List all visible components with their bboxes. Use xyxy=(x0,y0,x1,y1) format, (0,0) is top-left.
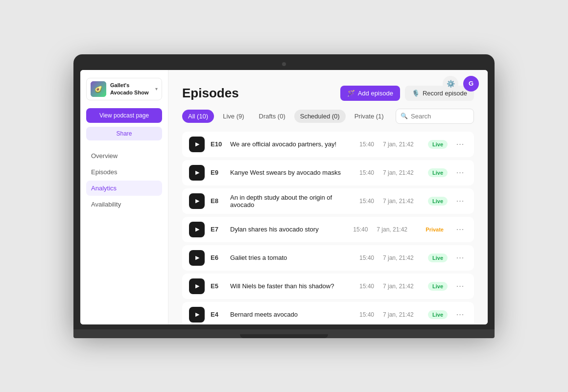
search-icon: 🔍 xyxy=(401,113,408,119)
episode-date: 7 jan, 21:42 xyxy=(383,311,422,318)
episode-duration: 15:40 xyxy=(359,311,377,318)
play-button[interactable]: ▶ xyxy=(189,137,205,152)
add-episode-button[interactable]: 🪄 Add episode xyxy=(340,86,400,101)
user-avatar-button[interactable]: G xyxy=(463,76,479,92)
episode-title: Kanye West swears by avocado masks xyxy=(230,169,354,176)
more-options-button[interactable]: ··· xyxy=(453,308,467,322)
episode-row: ▶ E9 Kanye West swears by avocado masks … xyxy=(182,160,474,185)
view-podcast-button[interactable]: View podcast page xyxy=(86,108,162,123)
play-button[interactable]: ▶ xyxy=(189,222,205,237)
status-badge: Live xyxy=(428,168,448,177)
status-badge: Live xyxy=(428,254,448,262)
main-content: Episodes 🪄 Add episode 🎙️ Record episode xyxy=(168,70,488,324)
more-options-button[interactable]: ··· xyxy=(453,166,467,180)
episode-number: E4 xyxy=(211,311,224,318)
episode-duration: 15:40 xyxy=(359,169,377,176)
episode-title: An in depth study about the origin of av… xyxy=(230,194,354,208)
sidebar-item-overview[interactable]: Overview xyxy=(86,148,162,163)
play-button[interactable]: ▶ xyxy=(189,278,205,294)
episode-number: E8 xyxy=(211,197,224,205)
play-icon: ▶ xyxy=(195,283,199,289)
episode-number: E7 xyxy=(211,226,224,233)
episode-number: E10 xyxy=(211,140,224,148)
status-badge: Private xyxy=(422,225,448,234)
play-icon: ▶ xyxy=(195,226,199,232)
episode-duration: 15:40 xyxy=(359,283,377,290)
episode-duration: 15:40 xyxy=(359,254,377,261)
page-title: Episodes xyxy=(182,86,239,101)
tab-drafts[interactable]: Drafts (0) xyxy=(253,110,291,123)
episode-date: 7 jan, 21:42 xyxy=(383,283,422,290)
more-options-button[interactable]: ··· xyxy=(453,138,467,151)
episode-date: 7 jan, 21:42 xyxy=(383,254,422,261)
play-button[interactable]: ▶ xyxy=(189,307,205,323)
more-options-button[interactable]: ··· xyxy=(453,279,467,293)
episode-row: ▶ E4 Bernard meets avocado 15:40 7 jan, … xyxy=(182,302,474,324)
episode-row: ▶ E7 Dylan shares his avocado story 15:4… xyxy=(182,217,474,242)
wand-icon: 🪄 xyxy=(347,90,355,97)
top-bar: ⚙️ G xyxy=(434,70,488,97)
svg-text:🥑: 🥑 xyxy=(95,85,103,93)
episode-title: Bernard meets avocado xyxy=(230,311,354,318)
episode-title: Dylan shares his avocado story xyxy=(230,226,347,233)
sidebar-item-analytics[interactable]: Analytics xyxy=(86,181,162,196)
episode-duration: 15:40 xyxy=(353,226,371,233)
status-badge: Live xyxy=(428,197,448,206)
tab-all[interactable]: All (10) xyxy=(182,110,214,123)
play-button[interactable]: ▶ xyxy=(189,165,205,181)
play-icon: ▶ xyxy=(195,141,199,147)
play-icon: ▶ xyxy=(195,169,199,176)
play-icon: ▶ xyxy=(195,198,199,204)
episode-row: ▶ E10 We are official avocado partners, … xyxy=(182,132,474,157)
sidebar: 🥑 Gallet's Avocado Show ▾ View podcast p… xyxy=(80,70,168,324)
laptop-camera xyxy=(282,62,286,66)
tab-private[interactable]: Private (1) xyxy=(349,110,390,123)
episode-date: 7 jan, 21:42 xyxy=(383,169,422,176)
more-options-button[interactable]: ··· xyxy=(453,223,467,236)
tab-live[interactable]: Live (9) xyxy=(217,110,250,123)
podcast-header[interactable]: 🥑 Gallet's Avocado Show ▾ xyxy=(86,78,162,100)
status-badge: Live xyxy=(428,310,448,319)
chevron-down-icon: ▾ xyxy=(155,86,158,92)
tab-scheduled[interactable]: Scheduled (0) xyxy=(294,110,346,123)
play-icon: ▶ xyxy=(195,311,199,318)
podcast-name: Gallet's Avocado Show xyxy=(110,82,151,96)
episode-title: We are official avocado partners, yay! xyxy=(230,140,354,148)
episode-number: E6 xyxy=(211,254,224,261)
episode-row: ▶ E6 Galiet tries a tomato 15:40 7 jan, … xyxy=(182,245,474,271)
more-options-button[interactable]: ··· xyxy=(453,194,467,208)
settings-button[interactable]: ⚙️ xyxy=(443,76,458,92)
episodes-header: Episodes 🪄 Add episode 🎙️ Record episode xyxy=(182,86,474,101)
search-wrapper: 🔍 xyxy=(396,109,474,124)
play-button[interactable]: ▶ xyxy=(189,250,205,266)
play-icon: ▶ xyxy=(195,254,199,261)
episode-duration: 15:40 xyxy=(359,141,377,148)
laptop-base xyxy=(73,329,495,338)
play-button[interactable]: ▶ xyxy=(189,193,205,209)
episode-title: Galiet tries a tomato xyxy=(230,254,354,261)
share-button[interactable]: Share xyxy=(86,127,162,140)
episode-title: Will Niels be faster than his shadow? xyxy=(230,282,354,290)
sidebar-item-availability[interactable]: Availability xyxy=(86,197,162,212)
nav-items: OverviewEpisodesAnalyticsAvailability xyxy=(86,148,162,212)
microphone-icon: 🎙️ xyxy=(412,90,420,97)
episodes-list: ▶ E10 We are official avocado partners, … xyxy=(182,132,474,324)
tabs-bar: All (10)Live (9)Drafts (0)Scheduled (0)P… xyxy=(182,109,474,124)
episode-number: E5 xyxy=(211,282,224,290)
laptop-screen: 🥑 Gallet's Avocado Show ▾ View podcast p… xyxy=(80,70,488,324)
sidebar-item-episodes[interactable]: Episodes xyxy=(86,164,162,180)
status-badge: Live xyxy=(428,140,448,149)
episode-number: E9 xyxy=(211,169,224,176)
episode-date: 7 jan, 21:42 xyxy=(377,226,416,233)
status-badge: Live xyxy=(428,282,448,291)
episode-row: ▶ E5 Will Niels be faster than his shado… xyxy=(182,274,474,299)
episode-row: ▶ E8 An in depth study about the origin … xyxy=(182,188,474,214)
episode-date: 7 jan, 21:42 xyxy=(383,198,422,205)
episode-duration: 15:40 xyxy=(359,198,377,205)
more-options-button[interactable]: ··· xyxy=(453,251,467,265)
podcast-avatar: 🥑 xyxy=(91,81,106,97)
episode-date: 7 jan, 21:42 xyxy=(383,141,422,148)
